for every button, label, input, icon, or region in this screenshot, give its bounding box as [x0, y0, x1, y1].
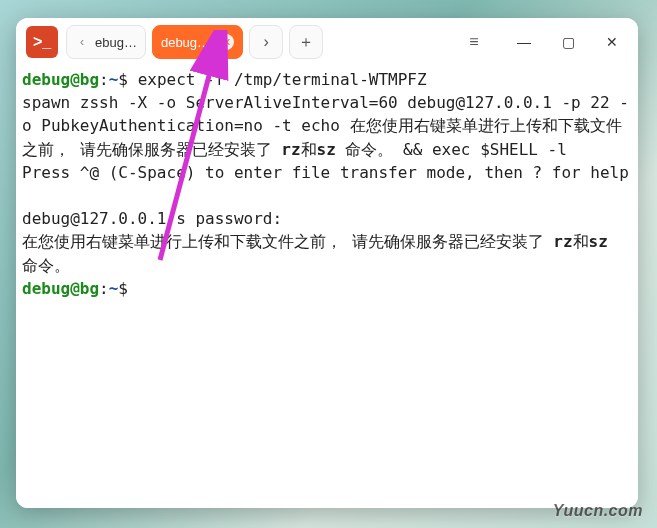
and-1: 和: [301, 140, 317, 159]
prompt2-user: debug: [22, 279, 70, 298]
rz-bold-1: rz: [281, 140, 300, 159]
password-prompt: debug@127.0.0.1's password:: [22, 209, 282, 228]
prompt2-dollar: $: [118, 279, 128, 298]
sz-bold-1: sz: [317, 140, 336, 159]
prompt-path: ~: [109, 70, 119, 89]
hamburger-icon: ≡: [469, 33, 478, 51]
titlebar: >_ ‹ ebug… debug… ✕ › ＋ ≡ —: [16, 18, 638, 66]
press-line: Press ^@ (C-Space) to enter file transfe…: [22, 163, 629, 182]
rz-bold-2: rz: [553, 232, 572, 251]
terminal-window: >_ ‹ ebug… debug… ✕ › ＋ ≡ —: [16, 18, 638, 508]
tab-active-label: debug…: [161, 35, 210, 50]
prompt-at: @: [70, 70, 80, 89]
minimize-icon: —: [517, 34, 531, 50]
tabs-container: ‹ ebug… debug… ✕ › ＋: [66, 25, 323, 59]
chevron-left-icon: ‹: [75, 35, 89, 49]
tab-add-button[interactable]: ＋: [289, 25, 323, 59]
app-icon: >_: [26, 26, 58, 58]
prompt-user: debug: [22, 70, 70, 89]
plus-icon: ＋: [298, 32, 314, 53]
chevron-right-icon: ›: [263, 33, 268, 51]
prompt-dollar: $: [118, 70, 128, 89]
prompt2-host: bg: [80, 279, 99, 298]
close-icon[interactable]: ✕: [218, 34, 234, 50]
prompt2-at: @: [70, 279, 80, 298]
msg2: 在您使用右键菜单进行上传和下载文件之前， 请先确保服务器已经安装了: [22, 232, 553, 251]
maximize-icon: ▢: [562, 34, 575, 50]
prompt-sep: :: [99, 70, 109, 89]
tab-inactive[interactable]: ‹ ebug…: [66, 25, 146, 59]
close-window-button[interactable]: ✕: [590, 22, 634, 62]
prompt2-path: ~: [109, 279, 119, 298]
app-icon-glyph: >_: [33, 33, 51, 51]
hamburger-menu-button[interactable]: ≡: [454, 22, 494, 62]
maximize-button[interactable]: ▢: [546, 22, 590, 62]
terminal-output[interactable]: debug@bg:~$ expect -f /tmp/terminal-WTMP…: [16, 66, 638, 508]
window-controls: — ▢ ✕: [502, 22, 634, 62]
prompt-host: bg: [80, 70, 99, 89]
spawn-tail: 命令。 && exec $SHELL -l: [336, 140, 567, 159]
tab-active[interactable]: debug… ✕: [152, 25, 243, 59]
cmd-line-1: expect -f /tmp/terminal-WTMPFZ: [128, 70, 427, 89]
prompt2-sep: :: [99, 279, 109, 298]
minimize-button[interactable]: —: [502, 22, 546, 62]
tab-next-button[interactable]: ›: [249, 25, 283, 59]
close-window-icon: ✕: [606, 34, 618, 50]
and-2: 和: [573, 232, 589, 251]
sz-bold-2: sz: [589, 232, 608, 251]
tab-inactive-label: ebug…: [95, 35, 137, 50]
watermark: Yuucn.com: [553, 502, 643, 520]
